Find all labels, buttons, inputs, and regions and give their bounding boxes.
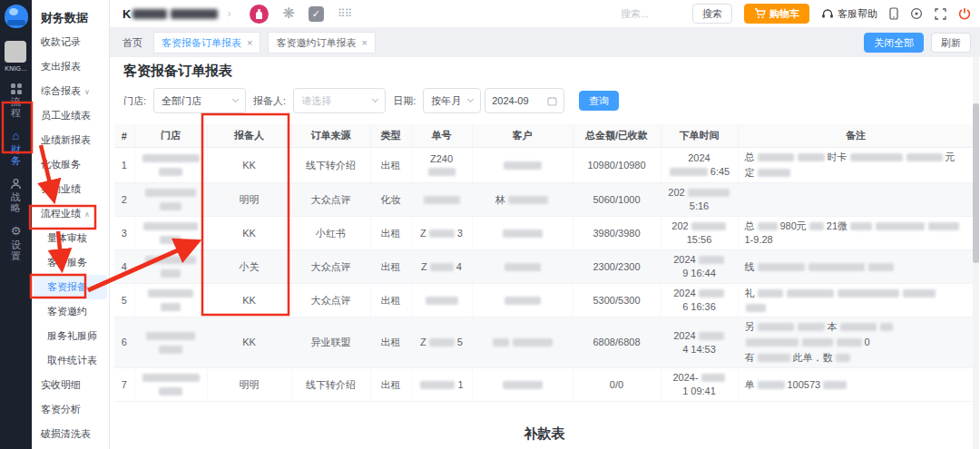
close-icon[interactable]: × <box>361 37 367 48</box>
lens-flower-icon[interactable]: ❋ <box>282 6 294 21</box>
sidebar-item-7[interactable]: 流程业绩∧ <box>32 201 109 226</box>
column-header: 总金额/已收款 <box>573 124 661 148</box>
redacted-blur <box>160 202 181 210</box>
sidebar-item-5[interactable]: 化妆服务 <box>32 152 109 177</box>
table-cell <box>472 317 573 368</box>
tab-invite[interactable]: 客资邀约订单报表 × <box>268 32 375 54</box>
table-cell: Z3 <box>411 217 472 250</box>
scrollbar-thumb[interactable] <box>973 103 979 263</box>
table-cell: 3980/3980 <box>573 217 661 250</box>
apps-grid-icon[interactable]: ⠿⠿ <box>338 7 352 20</box>
redacted-blur <box>428 168 456 176</box>
sidebar-item-8[interactable]: 量体审核 <box>32 226 109 250</box>
tab-bar: 首页 客资报备订单报表 × 客资邀约订单报表 × 关闭全部 刷新 <box>110 28 980 57</box>
table-cell: 20215:56 <box>661 217 738 250</box>
store-select[interactable]: 全部门店 <box>153 88 246 113</box>
table-cell: 出租 <box>370 148 411 183</box>
cart-button[interactable]: 购物车 <box>744 4 809 24</box>
refill-table-title: 补款表 <box>114 425 975 443</box>
home-icon: ⌂ <box>13 130 20 142</box>
table-cell: 出租 <box>370 217 411 250</box>
mobile-phone-icon[interactable] <box>889 7 898 20</box>
redacted-blur <box>505 297 541 305</box>
sidebar-item-0[interactable]: 收款记录 <box>32 30 109 54</box>
record-dot-icon[interactable] <box>910 7 923 20</box>
redacted-blur <box>493 338 509 347</box>
page-title: 客资报备订单报表 <box>114 63 969 83</box>
redacted-blur <box>758 169 790 177</box>
redacted-blur <box>505 263 541 271</box>
rail-item-strategy[interactable]: 战略 <box>10 178 22 213</box>
column-header: 下单时间 <box>661 124 738 148</box>
sidebar-item-14[interactable]: 实收明细 <box>32 373 109 397</box>
sidebar-item-9[interactable]: 客户服务 <box>32 250 109 275</box>
table-cell: KK <box>207 317 291 368</box>
table-cell: 线 <box>738 250 975 284</box>
redacted-blur <box>691 222 726 230</box>
app-root: KNIG... 流程 ⌂ 财务 战略 ⚙ 设置 财务数据 收款记录支出报表综合报… <box>0 0 980 449</box>
sidebar-item-1[interactable]: 支出报表 <box>32 54 109 79</box>
table-cell: Z5 <box>411 317 472 368</box>
redacted-blur <box>808 263 865 271</box>
help-link[interactable]: 客服帮助 <box>821 7 877 21</box>
redacted-blur <box>146 332 195 340</box>
sidebar-item-6[interactable]: 我的业绩 <box>32 177 109 201</box>
table-cell <box>134 183 207 217</box>
refresh-button[interactable]: 刷新 <box>931 33 971 53</box>
sidebar-item-13[interactable]: 取件统计表 <box>32 348 109 373</box>
rail-item-process[interactable]: 流程 <box>10 83 22 118</box>
headset-icon <box>821 8 834 19</box>
column-header: 报备人 <box>207 124 291 148</box>
search-input[interactable] <box>619 7 681 20</box>
redacted-blur <box>159 346 182 354</box>
redacted-blur <box>426 297 458 305</box>
search-button[interactable]: 搜索 <box>692 4 732 24</box>
redacted-blur <box>758 263 805 271</box>
sidebar-item-16[interactable]: 破损清洗表 <box>32 422 109 446</box>
sidebar-item-2[interactable]: 综合报表∨ <box>32 79 109 103</box>
sidebar-item-4[interactable]: 业绩新报表 <box>32 128 109 152</box>
breadcrumb-separator: › <box>227 7 230 20</box>
table-cell: 另本0有此单，数 <box>738 317 975 368</box>
avatar[interactable]: KNIG... <box>5 41 26 72</box>
sidebar-item-3[interactable]: 员工业绩表 <box>32 103 109 128</box>
redacted-blur <box>699 256 724 264</box>
close-all-button[interactable]: 关闭全部 <box>864 33 924 53</box>
table-cell: 20246 16:36 <box>661 284 738 317</box>
rail-item-settings[interactable]: ⚙ 设置 <box>10 225 22 261</box>
column-header: 单号 <box>411 124 472 148</box>
header-row: #门店报备人订单来源类型单号客户总金额/已收款下单时间备注 <box>114 124 975 148</box>
page-content: 客资报备订单报表 门店: 全部门店 报备人: 请选择 日期: 按年月 2024-… <box>110 57 980 449</box>
redacted-blur <box>148 289 193 298</box>
company-name[interactable]: K › <box>122 7 236 21</box>
brand-bottle-icon[interactable] <box>250 5 269 24</box>
table-cell: 2024-1 09:41 <box>661 368 738 402</box>
redacted-blur <box>798 323 825 331</box>
table-cell: 大众点评 <box>291 250 370 284</box>
rail-sidebar: KNIG... 流程 ⌂ 财务 战略 ⚙ 设置 <box>0 0 32 449</box>
redacted-blur <box>850 222 872 230</box>
tab-report-active[interactable]: 客资报备订单报表 × <box>153 32 260 54</box>
close-icon[interactable]: × <box>247 37 252 48</box>
tab-home[interactable]: 首页 <box>122 36 142 50</box>
table-cell: 大众点评 <box>291 284 370 317</box>
redacted-blur <box>171 9 218 19</box>
query-button[interactable]: 查询 <box>579 91 619 111</box>
fullscreen-icon[interactable] <box>935 8 946 20</box>
redacted-blur <box>758 381 785 389</box>
table-cell <box>411 183 472 217</box>
power-icon[interactable] <box>958 7 971 20</box>
reporter-select[interactable]: 请选择 <box>293 88 386 113</box>
date-input[interactable]: 2024-09 <box>485 88 564 113</box>
rail-item-finance[interactable]: ⌂ 财务 <box>10 130 22 166</box>
sidebar-item-11[interactable]: 客资邀约 <box>32 299 109 324</box>
sidebar-item-10[interactable]: 客资报备 <box>34 275 107 299</box>
sidebar-item-15[interactable]: 客资分析 <box>32 397 109 422</box>
check-edit-icon[interactable]: ✓ <box>309 6 324 22</box>
table-cell: 出租 <box>370 317 411 368</box>
sidebar-item-12[interactable]: 服务礼服师 <box>32 324 109 348</box>
date-mode-select[interactable]: 按年月 <box>423 88 481 113</box>
table-cell: 1 <box>411 368 472 402</box>
table-cell: 4 <box>114 250 134 284</box>
table-row: 2明明大众点评化妆林5060/10002025:16 <box>114 183 975 217</box>
